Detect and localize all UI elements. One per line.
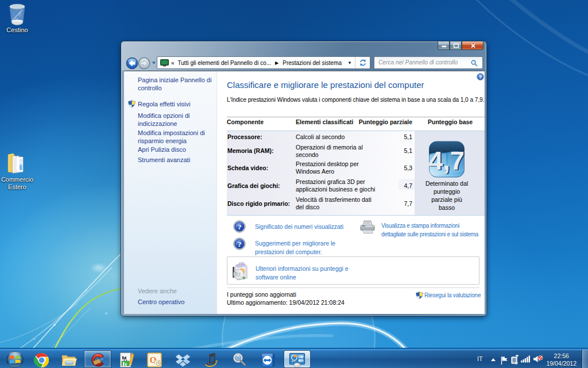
svg-text:?: ? (238, 240, 242, 248)
svg-text:?: ? (238, 223, 242, 231)
svg-text:4,7: 4,7 (429, 146, 465, 175)
svg-text:?: ? (479, 74, 482, 80)
